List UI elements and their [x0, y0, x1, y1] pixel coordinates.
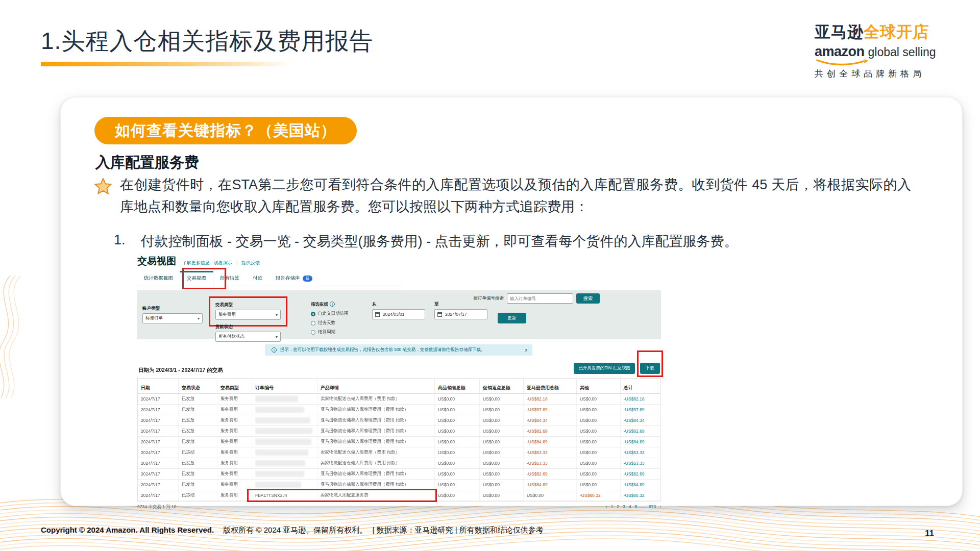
redacted-order-id: [255, 449, 308, 456]
page-link[interactable]: 2: [617, 504, 620, 510]
logo-global-selling-text: global selling: [868, 45, 936, 59]
to-date-input[interactable]: 2024/07/17: [434, 309, 487, 319]
radio-custom-date-range[interactable]: 自定义日期范围: [311, 311, 349, 317]
link-separator: |: [236, 260, 237, 265]
page-number: 11: [925, 529, 934, 539]
transactions-count: 9734 个交易 1 到 10: [137, 504, 177, 510]
table-cell: -US$82.69: [524, 426, 577, 436]
tin-summary-button[interactable]: 已开具发票的TIN-汇总视图: [574, 363, 635, 374]
page-link[interactable]: 5: [635, 504, 638, 510]
page-title: 1.头程入仓相关指标及费用报告: [41, 26, 373, 57]
fee-subheading: 入库配置服务费: [95, 153, 199, 173]
logo-cn-orange: 全球开店: [864, 23, 929, 41]
table-cell: US$0.00: [524, 490, 577, 500]
table-cell: -US$82.69: [621, 426, 657, 436]
table-cell: 服务费用: [217, 394, 252, 404]
copyright-cn: 版权所有 © 2024 亚马逊。保留所有权利。: [223, 525, 367, 534]
column-header: 订单编号: [252, 379, 317, 393]
table-caption: 日期为 2024/3/1 - 2024/7/17 的交易: [138, 367, 223, 374]
redacted-order-id: [255, 417, 310, 423]
table-header-row: 日期 交易状态 交易类型 订单编号 产品详情 商品销售总额 促销返点总额 亚马逊…: [138, 379, 660, 394]
table-cell: 已发放: [179, 437, 217, 447]
account-type-filter: 账户类型 标准订单▾: [142, 306, 203, 323]
search-input[interactable]: [507, 293, 573, 304]
transactions-table: 日期 交易状态 交易类型 订单编号 产品详情 商品销售总额 促销返点总额 亚马逊…: [137, 378, 661, 502]
table-cell: [252, 426, 317, 436]
tab-bar-wrap: 统计数据视图 交易视图 所有结算 付款 报告存储库 新: [137, 271, 661, 286]
table-cell: US$0.00: [480, 469, 524, 479]
table-cell: 服务费用: [217, 415, 252, 425]
amazon-smile-icon: [816, 59, 869, 66]
transaction-type-select[interactable]: 服务费用▾: [215, 310, 281, 320]
update-button[interactable]: 更新: [498, 313, 526, 323]
amazon-global-selling-logo: 亚马逊全球开店 amazonglobal selling 共创全球品牌新格局: [815, 21, 953, 80]
bullet-text: 在创建货件时，在STA第二步您可看到符合条件的入库配置选项以及预估的入库配置服务…: [120, 174, 911, 218]
page-link[interactable]: 973: [649, 504, 656, 510]
table-cell: 2024/7/17: [138, 437, 179, 447]
column-header: 交易状态: [179, 379, 217, 393]
table-row: 2024/7/17已冻结服务费用卖家物流配送仓储入库费用（费用 扣款）US$0.…: [138, 447, 660, 458]
logo-tagline: 共创全球品牌新格局: [815, 68, 953, 80]
radio-statement-period[interactable]: 结算周期: [311, 329, 349, 335]
column-header: 促销返点总额: [480, 379, 524, 393]
table-buttons: 已开具发票的TIN-汇总视图 下载: [574, 363, 660, 374]
page-link[interactable]: ‹: [606, 504, 607, 510]
redacted-order-id: [255, 471, 304, 477]
payment-status-select[interactable]: 所有付款状态▾: [215, 332, 281, 342]
table-cell: US$0.00: [480, 415, 524, 425]
table-cell: US$0.00: [435, 458, 480, 468]
logo-chinese: 亚马逊全球开店: [815, 21, 953, 43]
radio-selected-icon: [311, 312, 315, 316]
banner-close-icon[interactable]: x: [525, 347, 527, 353]
slide: 1.头程入仓相关指标及费用报告 亚马逊全球开店 amazonglobal sel…: [0, 0, 980, 551]
search-button[interactable]: 搜索: [576, 293, 600, 304]
tab-report-repository[interactable]: 报告存储库 新: [269, 271, 319, 286]
column-header: 日期: [138, 379, 179, 393]
annotation-box-tab: [182, 268, 226, 289]
table-row: 2024/7/17已发放服务费用亚马逊物流仓储和入库整理费用（费用 扣款）US$…: [138, 469, 660, 480]
radio-icon: [311, 321, 315, 325]
banner-text: 提示：您可以使用下载按钮生成交易报告，此报告仅包含前 500 笔交易，完整数据请…: [280, 347, 485, 353]
chevron-down-icon: ▾: [276, 313, 278, 317]
radio-past-days[interactable]: 过去天数: [311, 320, 349, 326]
page-link[interactable]: 3: [623, 504, 625, 510]
search-group: 按订单编号搜索 搜索: [474, 293, 600, 304]
transactions-body: 2024/7/17已发放服务费用卖家物流配送仓储入库费用（费用 扣款）US$0.…: [138, 394, 660, 501]
table-cell: US$0.00: [480, 394, 524, 404]
table-cell: [252, 405, 317, 415]
from-date-input[interactable]: 2024/03/01: [372, 309, 425, 319]
logo-english: amazonglobal selling: [815, 44, 953, 60]
table-cell: US$0.00: [577, 437, 621, 447]
table-cell: 2024/7/17: [138, 405, 179, 415]
table-cell: US$0.00: [435, 426, 480, 436]
date-to-group: 至 2024/07/17: [434, 302, 487, 319]
table-footer: 9734 个交易 1 到 10 ‹12345…973›: [137, 504, 661, 510]
seller-central-screenshot: 交易视图 了解更多信息 观看演示 | 提供反馈 统计数据视图 交易视图 所有结算…: [137, 255, 661, 510]
table-cell: -US$53.33: [524, 447, 577, 458]
filter-band: 按订单编号搜索 搜索 账户类型 标准订单▾ 交易类型 服务费用▾: [137, 290, 661, 339]
table-cell: 服务费用: [217, 480, 252, 490]
table-cell: -US$84.34: [621, 415, 657, 425]
step-number: 1.: [114, 232, 126, 251]
table-cell: 亚马逊物流仓储和入库整理费用（费用 扣款）: [317, 480, 435, 490]
page-link[interactable]: 4: [629, 504, 631, 510]
table-cell: 已冻结: [179, 490, 217, 500]
page-link[interactable]: 1: [611, 504, 614, 510]
feedback-link[interactable]: 提供反馈: [241, 260, 260, 266]
learn-more-link[interactable]: 了解更多信息: [182, 260, 210, 266]
star-icon: [94, 178, 112, 194]
table-cell: US$0.00: [577, 480, 621, 490]
screenshot-header: 交易视图 了解更多信息 观看演示 | 提供反馈: [137, 255, 661, 268]
watch-demo-link[interactable]: 观看演示: [214, 260, 232, 266]
table-cell: 已冻结: [179, 447, 217, 458]
column-header: 交易类型: [217, 379, 252, 393]
account-type-select[interactable]: 标准订单▾: [142, 313, 203, 323]
tab-payments[interactable]: 付款: [246, 271, 269, 286]
table-cell: US$0.00: [435, 447, 480, 458]
tab-statistics-view[interactable]: 统计数据视图: [137, 271, 180, 286]
page-link[interactable]: …: [641, 504, 645, 510]
transaction-type-label: 交易类型: [215, 302, 281, 308]
redacted-order-id: [255, 428, 312, 434]
redacted-order-id: [255, 407, 304, 413]
page-link[interactable]: ›: [659, 504, 661, 510]
